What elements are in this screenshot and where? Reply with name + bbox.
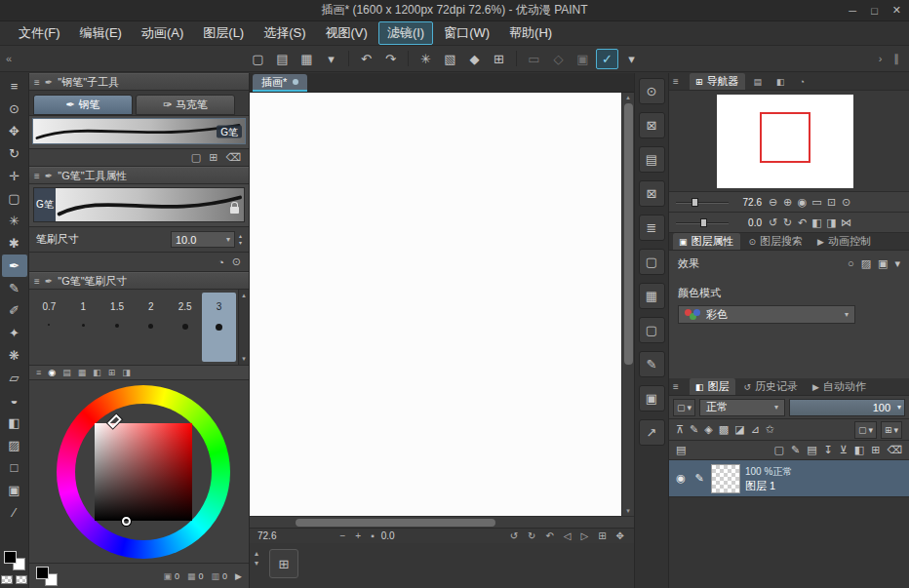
menu-edit[interactable]: 编辑(E) [71, 21, 131, 45]
color-panel-menu-icon[interactable]: ≡ [36, 368, 41, 377]
nav-rotate-reset-icon[interactable]: ↶ [795, 216, 810, 229]
brush-preview[interactable]: G笔 [33, 187, 245, 222]
transparent-color-chip[interactable] [16, 575, 27, 584]
nav-full-icon[interactable]: ⊡ [824, 196, 839, 209]
nav-pixel-icon[interactable]: ⊙ [839, 196, 853, 209]
reset-rotate-icon[interactable]: ↶ [545, 530, 553, 541]
nav-flip-v-icon[interactable]: ◨ [824, 216, 839, 229]
document-tab[interactable]: 插画* [253, 74, 307, 92]
canvas-nav-button[interactable]: ⊞ [269, 549, 298, 578]
apply-mask-icon[interactable]: ◧ [854, 444, 864, 456]
color-wheel-tab[interactable]: ◉ [48, 368, 56, 377]
subtool-tab-pen[interactable]: ✒ 钢笔 [33, 95, 133, 115]
transparent-color-chip[interactable] [1, 575, 13, 584]
panel-menu-icon[interactable]: ≡ [673, 381, 687, 392]
reference-layer-icon[interactable]: ✩ [766, 423, 774, 436]
main-sub-color-swatch[interactable] [36, 567, 58, 586]
toolbar-dropdown-icon[interactable]: ▾ [620, 49, 643, 69]
lock-icon[interactable] [230, 207, 239, 214]
foreground-background-swatch[interactable] [4, 551, 25, 570]
select-area-icon[interactable]: ▣ [572, 49, 594, 69]
border-effect-icon[interactable]: ○ [848, 257, 854, 270]
nav-flip-h-icon[interactable]: ◧ [810, 216, 824, 229]
brush-size-stepper[interactable]: ▴▾ [239, 233, 242, 247]
saturation-value-square[interactable] [95, 423, 192, 521]
menu-file[interactable]: 文件(F) [10, 21, 69, 45]
menu-help[interactable]: 帮助(H) [500, 21, 561, 45]
new-vector-layer-icon[interactable]: ✎ [791, 444, 800, 456]
draw-on-layer-icon[interactable]: ✎ [690, 423, 698, 436]
dock-blank-icon[interactable]: ▢ [639, 317, 665, 343]
save-icon[interactable]: ▦ [296, 49, 318, 69]
nav-rotate-ccw-icon[interactable]: ↺ [766, 216, 780, 229]
subtool-item[interactable]: G笔 [32, 118, 246, 144]
color-set-tab[interactable]: ▦ [78, 368, 87, 377]
new-layer-icon[interactable]: ▢ [774, 444, 784, 456]
toolbar-handle-icon[interactable]: ∥ [894, 53, 900, 65]
dock-clear2-icon[interactable]: ⊠ [639, 180, 665, 207]
hand-tool[interactable]: ✥ [2, 120, 27, 142]
nav-extra-tab-2[interactable]: ◧ [771, 76, 791, 88]
layer-row[interactable]: ◉ ✎ 100 %正常 图层 1 [669, 460, 909, 497]
minimize-button[interactable]: ─ [849, 5, 856, 17]
dock-list-icon[interactable]: ≣ [639, 215, 665, 241]
enable-mask-icon[interactable]: ◪ [734, 423, 744, 436]
nav-zoom-100-icon[interactable]: ◉ [795, 196, 810, 209]
redo-icon[interactable]: ↷ [379, 49, 402, 69]
vertical-scrollbar[interactable]: ▴ ▾ [621, 93, 634, 516]
toolstrip-menu-icon[interactable]: ≡ [2, 75, 27, 98]
dock-folder-icon[interactable]: ▤ [639, 146, 665, 173]
flip-v-icon[interactable]: ▷ [581, 530, 589, 541]
tab-auto-action[interactable]: ▶ 自动动作 [807, 378, 872, 395]
zoom-step-icon[interactable]: ▪ [371, 530, 375, 541]
delete-subtool-icon[interactable]: ⌫ [225, 151, 241, 164]
zoom-in-icon[interactable]: + [355, 530, 361, 541]
panel-menu-icon[interactable]: ≡ [34, 77, 40, 88]
fill-selection-icon[interactable]: ◆ [463, 49, 486, 69]
busy-indicator-icon[interactable]: ✳ [415, 49, 437, 69]
effect-more-icon[interactable]: ▾ [894, 257, 900, 270]
document-tab-indicator[interactable] [293, 79, 298, 85]
scroll-up-icon[interactable]: ▴ [626, 94, 630, 101]
merge-down-icon[interactable]: ⊻ [840, 444, 848, 456]
lasso-tool[interactable]: ✳ [2, 210, 27, 232]
zoom-slider[interactable] [676, 198, 729, 207]
zoom-tool[interactable]: ⊙ [2, 98, 27, 120]
panel-menu-icon[interactable]: ≡ [34, 171, 40, 181]
select-rect-icon[interactable]: ▭ [523, 49, 545, 69]
select-shrink-icon[interactable]: ◇ [547, 49, 570, 69]
menu-layer[interactable]: 图层(L) [194, 21, 253, 45]
dock-grid-icon[interactable]: ▦ [639, 283, 665, 309]
brush-size-option[interactable]: 0.7 [32, 293, 66, 362]
rotate-slider[interactable] [676, 218, 729, 227]
flip-h-icon[interactable]: ◁ [564, 530, 572, 541]
selection-combo[interactable]: ▢▾ [854, 421, 877, 439]
layer-color-effect-icon[interactable]: ▣ [878, 257, 888, 270]
selection-visible-icon[interactable]: ✓ [596, 49, 618, 69]
dock-zoom-icon[interactable]: ⊙ [639, 78, 665, 104]
menu-select[interactable]: 选择(S) [255, 21, 314, 45]
dock-export-icon[interactable]: ↗ [639, 419, 665, 446]
tab-navigator[interactable]: ⊞ 导航器 [690, 73, 745, 90]
deselect-icon[interactable]: ▧ [439, 49, 461, 69]
foreground-color-swatch[interactable] [4, 551, 17, 564]
transfer-down-icon[interactable]: ↧ [824, 444, 833, 456]
toolbar-collapse-icon[interactable]: « [6, 53, 33, 64]
tab-layer-property[interactable]: ▣ 图层属性 [673, 233, 740, 250]
nav-extra-tab-1[interactable]: ▤ [748, 76, 769, 88]
rotate-cw-icon[interactable]: ↻ [528, 530, 535, 541]
main-color-swatch[interactable] [36, 567, 49, 579]
clip-at-layer-icon[interactable]: ⊼ [676, 423, 684, 436]
color-slider-tab[interactable]: ▤ [62, 368, 71, 377]
ruler-range-icon[interactable]: ⊿ [751, 423, 760, 436]
decoration-tool[interactable]: ❋ [2, 344, 27, 367]
wand-tool[interactable]: ✱ [2, 232, 27, 255]
lock-alpha-icon[interactable]: ▩ [719, 423, 729, 436]
scroll-up-icon[interactable]: ▴ [255, 549, 258, 559]
fit-screen-icon[interactable]: ⊞ [598, 530, 606, 541]
horizontal-scrollbar[interactable] [250, 516, 634, 528]
nav-zoom-out-icon[interactable]: ⊖ [766, 196, 780, 209]
pan-icon[interactable]: ✥ [616, 530, 624, 541]
pencil-tool[interactable]: ✎ [2, 277, 27, 299]
zoom-out-icon[interactable]: − [339, 530, 345, 541]
